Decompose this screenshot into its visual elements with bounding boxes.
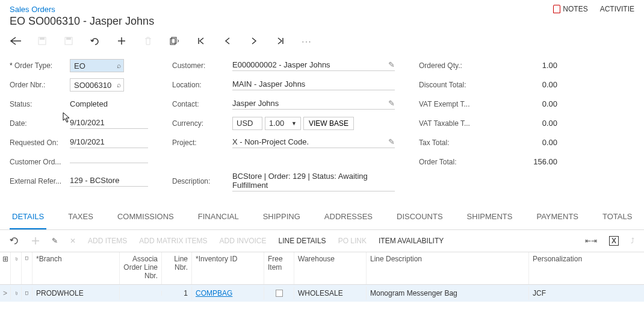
- tab-details[interactable]: DETAILS: [10, 205, 46, 229]
- customer-value[interactable]: E000000002 - Jasper Johns✎: [232, 60, 395, 71]
- prev-icon[interactable]: [221, 35, 234, 47]
- tab-totals[interactable]: TOTALS: [600, 205, 634, 229]
- row-inventory[interactable]: COMPBAG: [192, 287, 264, 300]
- status-label: Status:: [10, 100, 70, 108]
- col-inventory[interactable]: *Inventory ID: [192, 252, 264, 284]
- order-total-value: 156.00: [479, 157, 557, 167]
- order-nbr-input[interactable]: SO006310⌕: [70, 78, 124, 92]
- vat-exempt-label: VAT Exempt T...: [419, 100, 479, 108]
- refresh-icon[interactable]: [10, 236, 19, 246]
- pencil-icon[interactable]: ✎: [388, 137, 395, 146]
- currency-rate[interactable]: 1.00▼: [265, 117, 301, 130]
- table-row[interactable]: > PRODWHOLE 1 COMPBAG WHOLESALE Monogram…: [0, 285, 644, 302]
- breadcrumb[interactable]: Sales Orders: [10, 5, 154, 14]
- order-type-label: Order Type:: [10, 61, 70, 70]
- tab-discounts[interactable]: DISCOUNTS: [394, 205, 445, 229]
- svg-rect-3: [66, 37, 71, 40]
- external-ref-label: External Refer...: [10, 177, 70, 185]
- col-attach: [11, 252, 22, 284]
- status-value: Completed: [70, 99, 148, 109]
- expand-icon[interactable]: >: [0, 287, 11, 300]
- requested-on-label: Requested On:: [10, 138, 70, 147]
- col-line[interactable]: Line Nbr.: [162, 252, 192, 284]
- ordered-qty-value: 1.00: [479, 61, 557, 70]
- date-value[interactable]: 9/10/2021: [70, 118, 148, 129]
- add-matrix-button: ADD MATRIX ITEMS: [139, 237, 207, 245]
- location-value[interactable]: MAIN - Jasper Johns: [232, 79, 395, 90]
- search-icon[interactable]: ⌕: [117, 81, 121, 89]
- order-type-input[interactable]: EO⌕: [70, 59, 124, 72]
- row-warehouse: WHOLESALE: [294, 287, 367, 300]
- notes-label: NOTES: [563, 5, 587, 13]
- customer-ord-label: Customer Ord...: [10, 158, 70, 166]
- activities-button[interactable]: ACTIVITIE: [600, 5, 634, 13]
- pencil-icon[interactable]: ✎: [388, 99, 395, 108]
- col-expand: ⊞: [0, 252, 11, 284]
- note-icon[interactable]: [22, 287, 33, 299]
- row-description: Monogram Messenger Bag: [367, 287, 529, 300]
- view-base-button[interactable]: VIEW BASE: [303, 117, 354, 130]
- project-label: Project:: [172, 138, 232, 147]
- requested-on-value[interactable]: 9/10/2021: [70, 137, 148, 148]
- tab-financial[interactable]: FINANCIAL: [196, 205, 241, 229]
- col-assoc[interactable]: Associa Order Line Nbr.: [120, 252, 162, 284]
- add-items-button: ADD ITEMS: [88, 237, 127, 245]
- svg-rect-7: [26, 292, 28, 295]
- notes-icon: [553, 5, 560, 13]
- row-personalization: JCF: [529, 287, 619, 300]
- col-free[interactable]: Free Item: [264, 252, 294, 284]
- notes-button[interactable]: NOTES: [553, 5, 587, 13]
- order-nbr-label: Order Nbr.:: [10, 81, 70, 89]
- copy-icon[interactable]: [169, 35, 181, 47]
- line-details-button[interactable]: LINE DETAILS: [278, 237, 326, 245]
- tab-payments[interactable]: PAYMENTS: [534, 205, 581, 229]
- back-icon[interactable]: [10, 35, 22, 47]
- excel-icon[interactable]: X: [609, 236, 619, 246]
- tab-addresses[interactable]: ADDRESSES: [322, 205, 375, 229]
- external-ref-value[interactable]: 129 - BCStore: [70, 176, 148, 187]
- search-icon[interactable]: ⌕: [117, 61, 121, 70]
- col-warehouse[interactable]: Warehouse: [294, 252, 367, 284]
- item-availability-button[interactable]: ITEM AVAILABILITY: [379, 237, 444, 245]
- customer-ord-value[interactable]: [70, 161, 148, 163]
- pencil-icon[interactable]: ✎: [388, 60, 395, 69]
- delete-icon: [142, 35, 154, 47]
- tab-commissions[interactable]: COMMISSIONS: [115, 205, 176, 229]
- edit-row-icon[interactable]: ✎: [52, 237, 58, 245]
- ordered-qty-label: Ordered Qty.:: [419, 61, 479, 70]
- first-icon[interactable]: [195, 35, 207, 47]
- row-assoc: [120, 291, 162, 296]
- po-link-button: PO LINK: [338, 237, 367, 245]
- col-notes: [22, 252, 33, 284]
- currency-code[interactable]: USD: [232, 117, 262, 130]
- tab-taxes[interactable]: TAXES: [66, 205, 96, 229]
- page-title: EO SO006310 - Jasper Johns: [10, 15, 154, 28]
- project-value[interactable]: X - Non-Project Code.✎: [232, 137, 395, 148]
- row-line: 1: [162, 287, 192, 300]
- col-branch[interactable]: *Branch: [33, 252, 120, 284]
- save-close-icon: [63, 35, 75, 47]
- undo-icon[interactable]: [89, 35, 101, 47]
- currency-label: Currency:: [172, 119, 232, 128]
- vat-taxable-value: 0.00: [479, 119, 557, 128]
- contact-value[interactable]: Jasper Johns✎: [232, 99, 395, 110]
- more-icon[interactable]: ···: [301, 35, 313, 47]
- add-row-icon: [31, 237, 40, 245]
- row-free[interactable]: [264, 287, 294, 299]
- currency-value: USD 1.00▼ VIEW BASE: [232, 117, 395, 131]
- upload-icon: ⤴: [631, 237, 634, 245]
- description-value[interactable]: BCStore | Order: 129 | Status: Awaiting …: [232, 172, 395, 191]
- add-icon[interactable]: [116, 35, 128, 47]
- last-icon[interactable]: [274, 35, 286, 47]
- discount-total-label: Discount Total:: [419, 81, 479, 89]
- next-icon[interactable]: [248, 35, 260, 47]
- tab-shipping[interactable]: SHIPPING: [261, 205, 303, 229]
- col-description[interactable]: Line Description: [367, 252, 529, 284]
- fit-icon[interactable]: ⇤⇥: [585, 237, 597, 245]
- col-personalization[interactable]: Personalization: [529, 252, 619, 284]
- discount-total-value: 0.00: [479, 80, 557, 90]
- attach-icon[interactable]: [11, 287, 22, 300]
- date-label: Date:: [10, 119, 70, 128]
- save-icon: [36, 35, 48, 47]
- tab-shipments[interactable]: SHIPMENTS: [465, 205, 515, 229]
